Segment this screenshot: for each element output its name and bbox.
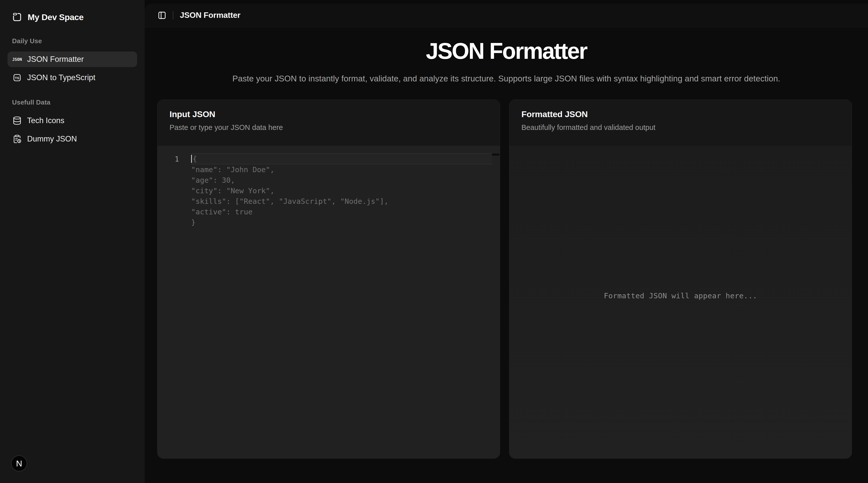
topbar-title: JSON Formatter <box>180 10 240 20</box>
editor-scrollbar-thumb[interactable] <box>492 154 499 156</box>
placeholder-open-brace: { <box>193 154 197 164</box>
sidebar-item-label: JSON to TypeScript <box>27 73 95 82</box>
active-line: { <box>191 153 492 164</box>
sidebar-item-json-to-typescript[interactable]: TS JSON to TypeScript <box>7 70 137 85</box>
topbar-separator <box>173 11 173 20</box>
formatted-json-panel: Formatted JSON Beautifully formatted and… <box>509 99 852 459</box>
sidebar-section-usefull-data: Usefull Data <box>12 98 137 106</box>
panel-left-icon <box>158 11 166 20</box>
page-title: JSON Formatter <box>145 40 868 62</box>
typescript-square-icon: TS <box>12 73 22 82</box>
input-panel-subtitle: Paste or type your JSON data here <box>169 123 488 132</box>
input-panel-title: Input JSON <box>169 109 488 119</box>
text-cursor <box>191 155 192 163</box>
json-input-editor[interactable]: 1 { "name": "John Doe", "age": 30, "city… <box>157 146 500 458</box>
input-json-panel: Input JSON Paste or type your JSON data … <box>157 99 500 459</box>
topbar: JSON Formatter <box>145 3 868 27</box>
database-icon <box>12 116 22 125</box>
app-title: My Dev Space <box>28 12 84 22</box>
sidebar-section-daily-use: Daily Use <box>12 37 137 45</box>
sidebar-item-label: Tech Icons <box>27 116 64 125</box>
placeholder-text: "name": "John Doe", "age": 30, "city": "… <box>191 164 492 228</box>
output-panel-title: Formatted JSON <box>521 109 840 119</box>
sidebar: My Dev Space Daily Use JSON JSON Formatt… <box>0 0 145 483</box>
svg-text:TS: TS <box>15 76 19 80</box>
main-area: JSON Formatter JSON Formatter Paste your… <box>145 0 868 483</box>
clipboard-clock-icon <box>12 134 22 144</box>
code-editor: 1 { "name": "John Doe", "age": 30, "city… <box>157 146 500 458</box>
app-home-link[interactable]: My Dev Space <box>7 10 137 24</box>
hero: JSON Formatter Paste your JSON to instan… <box>145 40 868 84</box>
sidebar-item-tech-icons[interactable]: Tech Icons <box>7 113 137 128</box>
page-subtitle: Paste your JSON to instantly format, val… <box>145 74 868 84</box>
sidebar-nav-daily-use: JSON JSON Formatter TS JSON to TypeScrip… <box>7 52 137 85</box>
output-panel-header: Formatted JSON Beautifully formatted and… <box>509 100 852 146</box>
input-panel-header: Input JSON Paste or type your JSON data … <box>157 100 500 146</box>
code-column: { "name": "John Doe", "age": 30, "city":… <box>191 153 492 228</box>
output-placeholder-text: Formatted JSON will appear here... <box>604 292 757 300</box>
nextjs-logo: N <box>16 459 22 469</box>
formatted-output-area: Formatted JSON will appear here... <box>509 146 852 458</box>
json-icon: JSON <box>12 57 22 62</box>
user-avatar[interactable]: N <box>11 455 27 472</box>
line-number-gutter: 1 <box>157 153 191 228</box>
code-box-icon <box>12 11 22 23</box>
panels-row: Input JSON Paste or type your JSON data … <box>157 99 852 459</box>
sidebar-item-label: JSON Formatter <box>27 55 84 64</box>
sidebar-nav-usefull-data: Tech Icons Dummy JSON <box>7 113 137 147</box>
sidebar-item-dummy-json[interactable]: Dummy JSON <box>7 131 137 147</box>
main-card: JSON Formatter JSON Formatter Paste your… <box>145 3 868 483</box>
output-panel-subtitle: Beautifully formatted and validated outp… <box>521 123 840 132</box>
sidebar-item-label: Dummy JSON <box>27 134 77 144</box>
sidebar-toggle-button[interactable] <box>158 11 166 20</box>
sidebar-item-json-formatter[interactable]: JSON JSON Formatter <box>7 52 137 67</box>
